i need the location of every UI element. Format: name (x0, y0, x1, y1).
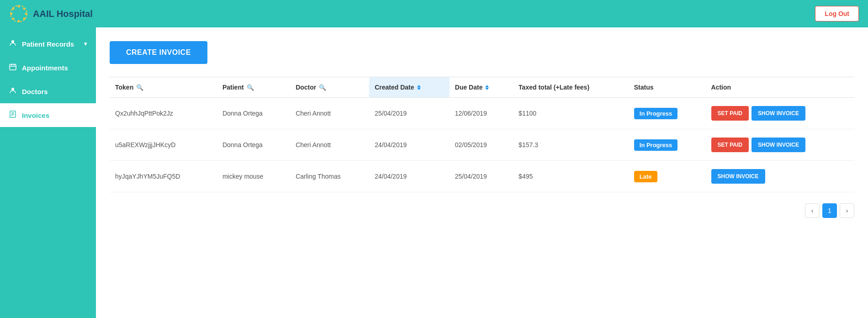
logo: AAIL Hospital (9, 4, 93, 23)
token-cell: u5aREXWzjjjJHKcyD (110, 129, 217, 161)
invoice-icon (9, 111, 16, 120)
created-date-sort-icon (417, 85, 421, 90)
chevron-down-icon: ▾ (84, 41, 87, 47)
pagination-page-1-button[interactable]: 1 (822, 203, 837, 218)
created-date-cell: 24/04/2019 (369, 161, 450, 192)
logo-icon (9, 4, 28, 23)
patient-search-icon[interactable]: 🔍 (247, 84, 254, 91)
taxed-total-cell: $157.3 (513, 129, 629, 161)
doctor-search-icon[interactable]: 🔍 (319, 84, 326, 91)
col-header-due-date[interactable]: Due Date (450, 77, 513, 98)
doctor-cell: Cheri Annott (290, 129, 369, 161)
status-cell: Late (629, 161, 706, 192)
sidebar-label-appointments: Appointments (22, 64, 68, 72)
sidebar-item-doctors[interactable]: Doctors (0, 80, 96, 103)
svg-point-8 (12, 8, 15, 10)
token-cell: Qx2uhhJqPttPok2Jz (110, 98, 217, 129)
layout: Patient Records ▾ Appointments Doctors I… (0, 27, 868, 318)
token-search-icon[interactable]: 🔍 (136, 84, 143, 91)
pagination-next-button[interactable]: › (840, 203, 854, 218)
create-invoice-button[interactable]: CREATE INVOICE (110, 41, 207, 64)
col-header-action: Action (706, 77, 854, 98)
patient-cell: mickey mouse (217, 161, 290, 192)
show-invoice-button[interactable]: SHOW INVOICE (752, 138, 805, 152)
patient-cell: Donna Ortega (217, 129, 290, 161)
pagination-prev-button[interactable]: ‹ (805, 203, 820, 218)
action-cell: SET PAID SHOW INVOICE (706, 129, 854, 161)
app-title: AAIL Hospital (33, 9, 93, 19)
created-date-cell: 24/04/2019 (369, 129, 450, 161)
due-date-cell: 02/05/2019 (450, 129, 513, 161)
sidebar-item-appointments[interactable]: Appointments (0, 56, 96, 80)
svg-point-4 (23, 18, 26, 20)
set-paid-button[interactable]: SET PAID (711, 138, 749, 152)
due-date-cell: 25/04/2019 (450, 161, 513, 192)
status-badge: In Progress (634, 139, 678, 151)
svg-point-2 (23, 8, 26, 10)
col-header-doctor: Doctor 🔍 (290, 77, 369, 98)
table-row: hyJqaYJhYM5JuFQ5D mickey mouse Carling T… (110, 161, 854, 192)
table-row: Qx2uhhJqPttPok2Jz Donna Ortega Cheri Ann… (110, 98, 854, 129)
created-date-cell: 25/04/2019 (369, 98, 450, 129)
set-paid-button[interactable]: SET PAID (711, 106, 749, 121)
action-cell: SHOW INVOICE (706, 161, 854, 192)
action-cell: SET PAID SHOW INVOICE (706, 98, 854, 129)
person-icon (9, 39, 16, 48)
sidebar-label-invoices: Invoices (22, 111, 49, 119)
due-date-sort-icon (485, 85, 489, 90)
taxed-total-cell: $495 (513, 161, 629, 192)
status-badge: Late (634, 171, 657, 182)
sidebar-item-patient-records[interactable]: Patient Records ▾ (0, 32, 96, 56)
doctor-icon (9, 87, 16, 96)
token-cell: hyJqaYJhYM5JuFQ5D (110, 161, 217, 192)
taxed-total-cell: $1100 (513, 98, 629, 129)
col-header-patient: Patient 🔍 (217, 77, 290, 98)
logout-button[interactable]: Log Out (815, 6, 859, 21)
col-header-taxed-total: Taxed total (+Late fees) (513, 77, 629, 98)
col-header-created-date[interactable]: Created Date (369, 77, 450, 98)
pagination: ‹ 1 › (110, 203, 854, 218)
status-cell: In Progress (629, 98, 706, 129)
status-badge: In Progress (634, 108, 678, 119)
sidebar: Patient Records ▾ Appointments Doctors I… (0, 27, 96, 318)
sidebar-label-doctors: Doctors (22, 88, 48, 95)
svg-point-6 (12, 18, 15, 20)
patient-cell: Donna Ortega (217, 98, 290, 129)
svg-point-9 (11, 40, 14, 43)
main-content: CREATE INVOICE Token 🔍 Patient 🔍 (96, 27, 868, 318)
sidebar-label-patient-records: Patient Records (22, 40, 74, 48)
col-header-status: Status (629, 77, 706, 98)
calendar-icon (9, 63, 16, 72)
svg-point-5 (18, 20, 20, 22)
invoice-table: Token 🔍 Patient 🔍 Doctor 🔍 (110, 77, 854, 192)
svg-point-7 (11, 13, 13, 15)
table-row: u5aREXWzjjjJHKcyD Donna Ortega Cheri Ann… (110, 129, 854, 161)
sidebar-item-invoices[interactable]: Invoices (0, 103, 96, 127)
show-invoice-button[interactable]: SHOW INVOICE (752, 106, 805, 121)
status-cell: In Progress (629, 129, 706, 161)
svg-point-1 (18, 5, 20, 8)
svg-point-14 (11, 88, 14, 90)
col-header-token: Token 🔍 (110, 77, 217, 98)
header: AAIL Hospital Log Out (0, 0, 868, 27)
doctor-cell: Cheri Annott (290, 98, 369, 129)
show-invoice-button[interactable]: SHOW INVOICE (711, 169, 765, 184)
due-date-cell: 12/06/2019 (450, 98, 513, 129)
svg-rect-10 (10, 64, 16, 70)
doctor-cell: Carling Thomas (290, 161, 369, 192)
svg-point-3 (25, 13, 27, 15)
